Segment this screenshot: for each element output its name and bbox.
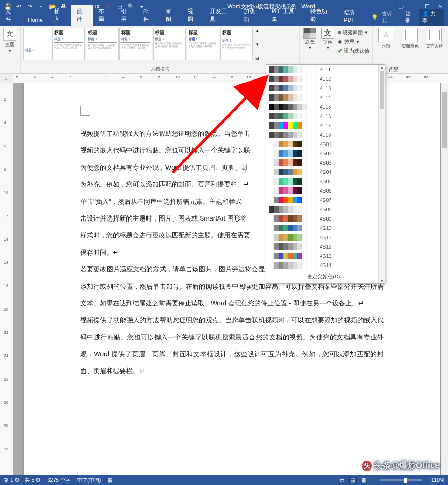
tab-design[interactable]: 设计 — [71, 5, 93, 26]
color-scheme-4L11[interactable]: 4L11 — [266, 65, 385, 74]
read-mode-icon[interactable]: ▭ — [337, 477, 347, 483]
vertical-scrollbar[interactable] — [441, 83, 448, 475]
color-scheme-4S12[interactable]: 4S12 — [266, 242, 385, 251]
style-item[interactable]: 标题标题 1对于"插入"选项卡上的库包含与文档整体外观协调 — [86, 28, 119, 60]
scrollbar-thumb[interactable] — [442, 92, 447, 148]
group-label: 文档格式 — [23, 65, 296, 72]
color-scheme-4S05[interactable]: 4S05 — [266, 177, 385, 186]
gallery-up-icon[interactable]: ▴ — [254, 28, 260, 33]
color-scheme-4L16[interactable]: 4L16 — [266, 111, 385, 121]
ribbon-tabs: 文件 Home 插入 设计 布局 引用 邮件 审阅 视图 开发工具 加载项 PD… — [0, 13, 448, 26]
page-count[interactable]: 第 1 页，共 5 页 — [4, 477, 41, 484]
gallery-more-icon[interactable]: ⊟ — [254, 56, 260, 61]
color-scheme-4S03[interactable]: 4S03 — [266, 158, 385, 167]
zoom-value[interactable]: 110% — [431, 477, 444, 483]
margin-marker — [80, 106, 90, 116]
dropdown-scrollbar-thumb[interactable] — [380, 71, 384, 109]
zoom-out-icon[interactable]: − — [375, 477, 378, 483]
color-scheme-4S10[interactable]: 4S10 — [266, 223, 385, 233]
status-bar: 第 1 页，共 5 页 3275 个字 中文(中国) ▦ ▭ ▤ ▦ − + 1… — [0, 475, 448, 485]
login-link[interactable]: 登录 — [405, 10, 415, 24]
tab-review[interactable]: 审阅 — [160, 5, 182, 26]
color-scheme-4S09[interactable]: 4S09 — [266, 214, 385, 223]
scroll-up-icon[interactable]: ▴ — [379, 65, 385, 69]
tab-layout[interactable]: 布局 — [93, 5, 115, 26]
zoom-in-icon[interactable]: + — [425, 477, 428, 483]
style-item[interactable]: 标题标题 1对于"插入"选项卡上的库包含与文档整体外观协调 — [187, 28, 219, 60]
tab-insert[interactable]: 插入 — [49, 5, 71, 26]
zoom-slider[interactable] — [380, 479, 422, 481]
color-scheme-4S11[interactable]: 4S11 — [266, 233, 385, 242]
language[interactable]: 中文(中国) — [77, 477, 101, 484]
tab-references[interactable]: 引用 — [115, 5, 138, 26]
effects-button[interactable]: ◉ 效果 ▾ — [338, 37, 370, 46]
color-scheme-4S13[interactable]: 4S13 — [266, 251, 385, 261]
page-color-button[interactable]: 页面颜色 — [400, 28, 420, 49]
print-layout-icon[interactable]: ▤ — [348, 477, 357, 483]
color-scheme-4S02[interactable]: 4S02 — [266, 149, 385, 158]
tell-me-icon: 💡 — [371, 14, 378, 21]
color-scheme-4L18[interactable]: 4L18 — [266, 130, 385, 139]
tab-pdf-tools[interactable]: PDF工具集 — [266, 5, 305, 26]
style-item[interactable]: 标题标题 1对于"插入"选项卡上的库包含与文档整体外观协调 — [119, 28, 152, 60]
view-buttons: ▭ ▤ ▦ — [337, 477, 368, 483]
ruler-corner: L — [0, 74, 13, 83]
color-scheme-4S08[interactable]: 4S08 — [266, 205, 385, 214]
fonts-button[interactable]: 文 字体▾ — [320, 28, 335, 50]
tab-mailings[interactable]: 邮件 — [138, 5, 160, 26]
zoom-control: − + 110% — [375, 477, 444, 483]
color-scheme-4L17[interactable]: 4L17 — [266, 121, 385, 130]
web-layout-icon[interactable]: ▦ — [359, 477, 368, 483]
share-button[interactable]: 👤 共享 — [419, 9, 444, 26]
style-item[interactable]: 标题标题 1对于"插入"选项卡上的库包含与文档整体外观协调 — [220, 28, 253, 60]
color-scheme-4S01[interactable]: 4S01 — [266, 139, 385, 149]
color-scheme-4L14[interactable]: 4L14 — [266, 93, 385, 102]
themes-button[interactable]: 文 主题 ▾ — [3, 28, 17, 53]
color-scheme-4S04[interactable]: 4S04 — [266, 167, 385, 177]
tab-features[interactable]: 特色功能 — [305, 5, 338, 26]
color-scheme-4S14[interactable]: 4S14 — [266, 261, 385, 270]
tell-me[interactable]: 告诉我... — [382, 10, 401, 24]
color-scheme-4L13[interactable]: 4L13 — [266, 83, 385, 93]
page-border-button[interactable]: 页面边框 — [424, 28, 445, 49]
style-item[interactable]: 标题标题 1对于"插入"选项卡上的库包含与文档整体外观协调 — [52, 28, 85, 60]
color-scheme-dropdown: 4L114L124L134L144L154L164L174L184S014S02… — [266, 64, 385, 284]
tab-file[interactable]: 文件 — [0, 5, 22, 26]
custom-colors-option[interactable]: 自定义颜色(C)... — [266, 270, 385, 283]
color-scheme-4L12[interactable]: 4L12 — [266, 74, 385, 83]
macro-icon[interactable]: ▦ — [107, 477, 112, 483]
new-icon[interactable]: ▫ — [36, 2, 46, 11]
watermark-button[interactable]: 水印 — [376, 28, 396, 49]
style-item[interactable]: 标题 1 — [23, 28, 51, 60]
tab-home[interactable]: Home — [22, 14, 49, 26]
paragraph-spacing-button[interactable]: ≡ 段落间距 ▾ — [338, 28, 370, 37]
color-scheme-4S07[interactable]: 4S07 — [266, 195, 385, 205]
tab-foxit[interactable]: 福昕PDF — [338, 7, 372, 26]
set-default-button[interactable]: ✔ 设为默认值 — [338, 46, 370, 55]
tab-addins[interactable]: 加载项 — [238, 5, 266, 26]
image-watermark: 头头条@爆炒Office — [362, 460, 440, 471]
gallery-down-icon[interactable]: ▾ — [254, 42, 260, 47]
dropdown-scrollbar[interactable]: ▴ ▾ — [378, 65, 385, 283]
scroll-down-icon[interactable]: ▾ — [379, 278, 385, 283]
tab-developer[interactable]: 开发工具 — [204, 5, 238, 26]
tab-view[interactable]: 视图 — [182, 5, 204, 26]
colors-button[interactable]: 颜色▾ — [302, 28, 317, 50]
color-scheme-4L15[interactable]: 4L15 — [266, 102, 385, 111]
word-count[interactable]: 3275 个字 — [47, 477, 70, 484]
redo-icon[interactable]: ↷ — [25, 2, 35, 11]
color-scheme-4S06[interactable]: 4S06 — [266, 186, 385, 195]
style-gallery[interactable]: 标题 1 标题标题 1对于"插入"选项卡上的库包含与文档整体外观协调 标题标题 … — [23, 28, 296, 61]
style-item[interactable]: 标题标题 1对于"插入"选项卡上的库包含与文档整体外观协调 — [153, 28, 186, 60]
vertical-ruler[interactable]: 2468101214161820222426283032 — [0, 83, 13, 475]
paragraph[interactable]: 视频提供了功能强大的方法帮助您证明您的观点。当您单击联机视频时，可以在想要添加的… — [80, 312, 384, 380]
bg-label-behind: 背景 — [388, 66, 399, 73]
